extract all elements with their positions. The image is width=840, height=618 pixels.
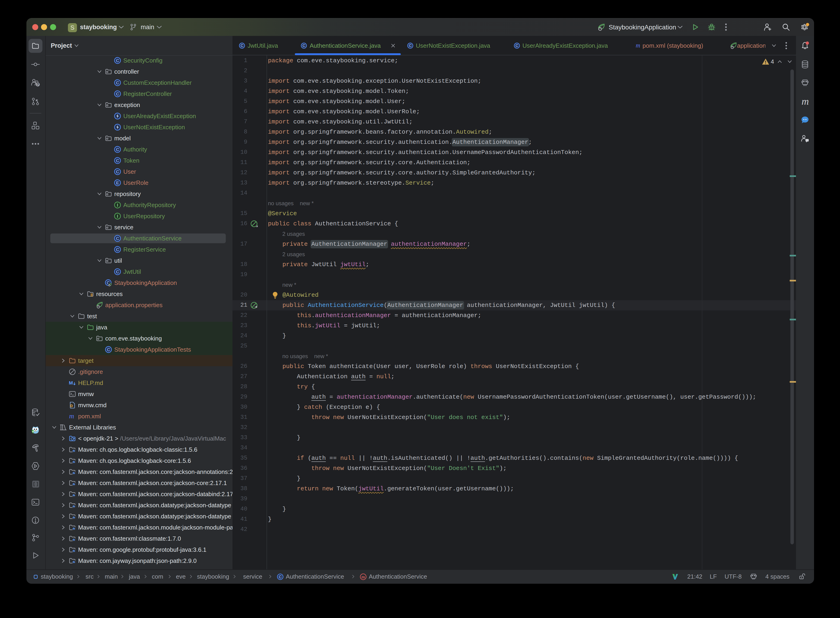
svg-text:?: ? [37, 83, 39, 87]
svg-text:m: m [361, 575, 365, 579]
